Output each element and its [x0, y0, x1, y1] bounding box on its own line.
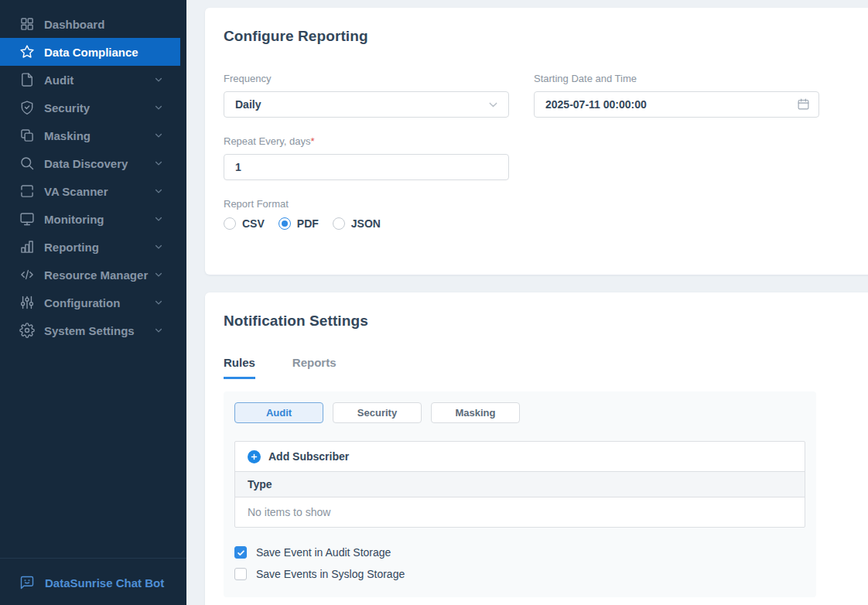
plus-circle-icon — [248, 450, 261, 463]
dashboard-grid-icon — [19, 16, 35, 32]
subscriber-table: Add Subscriber Type No items to show — [234, 441, 805, 528]
report-format-radio-group: CSV PDF JSON — [224, 217, 509, 230]
repeat-every-input[interactable] — [224, 154, 509, 180]
checkbox-checked-icon — [234, 546, 247, 559]
monitor-icon — [19, 211, 35, 227]
chevron-down-icon — [154, 270, 163, 279]
sliders-icon — [19, 295, 35, 310]
table-header-type: Type — [235, 471, 805, 497]
chat-bot-button[interactable]: DataSunrise Chat Bot — [0, 558, 186, 605]
search-icon — [19, 156, 35, 171]
rules-tab-panel: Audit Security Masking Add Subscriber Ty… — [224, 391, 816, 597]
sidebar-item-monitoring[interactable]: Monitoring — [0, 205, 186, 233]
tab-reports[interactable]: Reports — [292, 356, 337, 379]
rule-type-security-button[interactable]: Security — [333, 402, 422, 423]
notification-tabs: Rules Reports — [224, 356, 867, 379]
checkbox-syslog-storage[interactable]: Save Events in Syslog Storage — [234, 568, 805, 580]
notification-settings-card: Notification Settings Rules Reports Audi… — [205, 292, 868, 605]
rule-type-masking-button[interactable]: Masking — [431, 402, 520, 423]
sidebar-item-masking[interactable]: Masking — [0, 121, 186, 149]
repeat-every-field-group: Repeat Every, days* — [224, 135, 509, 180]
sidebar-item-data-discovery[interactable]: Data Discovery — [0, 149, 186, 177]
radio-circle-icon — [333, 217, 345, 230]
radio-circle-icon — [279, 217, 291, 230]
tab-rules[interactable]: Rules — [224, 356, 255, 379]
checkbox-audit-storage-label: Save Event in Audit Storage — [256, 546, 391, 559]
sidebar-item-label: Security — [44, 101, 90, 115]
repeat-every-label: Repeat Every, days* — [224, 135, 509, 147]
frequency-label: Frequency — [224, 73, 509, 84]
chevron-down-icon — [487, 99, 499, 111]
starting-date-input[interactable] — [534, 91, 819, 118]
radio-circle-icon — [224, 217, 236, 230]
configure-reporting-form: Frequency Daily Starting Date and Time — [224, 73, 867, 230]
chevron-down-icon — [154, 103, 163, 112]
calendar-icon[interactable] — [797, 97, 810, 111]
add-subscriber-button[interactable]: Add Subscriber — [235, 442, 805, 471]
code-icon — [19, 267, 35, 282]
checkbox-syslog-storage-label: Save Events in Syslog Storage — [256, 568, 405, 580]
bar-chart-icon — [19, 239, 35, 255]
chevron-down-icon — [154, 298, 163, 307]
star-icon — [19, 44, 35, 60]
sidebar-item-label: Monitoring — [44, 213, 104, 226]
radio-pdf-label: PDF — [297, 217, 319, 230]
sidebar-item-va-scanner[interactable]: VA Scanner — [0, 177, 186, 205]
frequency-value: Daily — [235, 98, 261, 111]
chevron-down-icon — [154, 159, 163, 168]
sidebar-item-configuration[interactable]: Configuration — [0, 289, 186, 316]
sidebar-item-label: Audit — [44, 73, 73, 87]
sidebar-item-label: VA Scanner — [44, 185, 108, 198]
sidebar-item-label: Reporting — [44, 241, 99, 254]
starting-date-field-group: Starting Date and Time — [534, 73, 819, 118]
sidebar-item-label: System Settings — [44, 324, 135, 337]
sidebar-item-label: Resource Manager — [44, 268, 148, 282]
configure-reporting-title: Configure Reporting — [224, 28, 867, 45]
chevron-down-icon — [154, 242, 163, 251]
scanner-frame-icon — [19, 183, 35, 199]
document-icon — [19, 72, 35, 87]
frequency-select[interactable]: Daily — [224, 91, 509, 118]
chat-bubble-icon — [19, 575, 35, 590]
chevron-down-icon — [154, 131, 163, 140]
sidebar-item-resource-manager[interactable]: Resource Manager — [0, 261, 186, 289]
sidebar-item-dashboard[interactable]: Dashboard — [0, 10, 186, 38]
radio-csv[interactable]: CSV — [224, 217, 265, 230]
chat-bot-label: DataSunrise Chat Bot — [45, 576, 164, 590]
radio-json[interactable]: JSON — [333, 217, 381, 230]
chevron-down-icon — [154, 75, 163, 84]
notification-settings-title: Notification Settings — [224, 313, 867, 330]
add-subscriber-label: Add Subscriber — [268, 450, 349, 463]
sidebar-item-audit[interactable]: Audit — [0, 66, 186, 94]
report-format-label: Report Format — [224, 198, 509, 210]
checkbox-audit-storage[interactable]: Save Event in Audit Storage — [234, 546, 805, 559]
gear-icon — [19, 323, 35, 338]
required-asterisk: * — [310, 135, 314, 147]
sidebar-nav-list: Dashboard Data Compliance Audit Security — [0, 0, 186, 344]
sidebar-item-label: Dashboard — [44, 18, 104, 31]
sidebar-item-system-settings[interactable]: System Settings — [0, 316, 186, 344]
masking-squares-icon — [19, 128, 35, 143]
checkbox-unchecked-icon — [234, 568, 247, 580]
chevron-down-icon — [154, 186, 163, 196]
sidebar-item-data-compliance[interactable]: Data Compliance — [0, 38, 180, 66]
sidebar-item-security[interactable]: Security — [0, 94, 186, 121]
radio-csv-label: CSV — [242, 217, 265, 230]
radio-pdf[interactable]: PDF — [279, 217, 319, 230]
frequency-field-group: Frequency Daily — [224, 73, 509, 118]
radio-json-label: JSON — [351, 217, 381, 230]
chevron-down-icon — [154, 326, 163, 335]
sidebar-item-label: Data Compliance — [44, 46, 138, 59]
rule-type-audit-button[interactable]: Audit — [234, 402, 323, 423]
configure-reporting-card: Configure Reporting Frequency Daily Star… — [205, 8, 868, 275]
report-format-group: Report Format CSV PDF JSON — [224, 198, 509, 230]
storage-options: Save Event in Audit Storage Save Events … — [234, 546, 805, 580]
shield-check-icon — [19, 100, 35, 115]
rule-type-buttons: Audit Security Masking — [234, 402, 805, 423]
sidebar: Dashboard Data Compliance Audit Security — [0, 0, 186, 605]
table-empty-row: No items to show — [235, 497, 805, 527]
sidebar-item-label: Masking — [44, 129, 91, 142]
empty-text: No items to show — [248, 506, 330, 518]
starting-date-label: Starting Date and Time — [534, 73, 819, 84]
sidebar-item-reporting[interactable]: Reporting — [0, 233, 186, 261]
